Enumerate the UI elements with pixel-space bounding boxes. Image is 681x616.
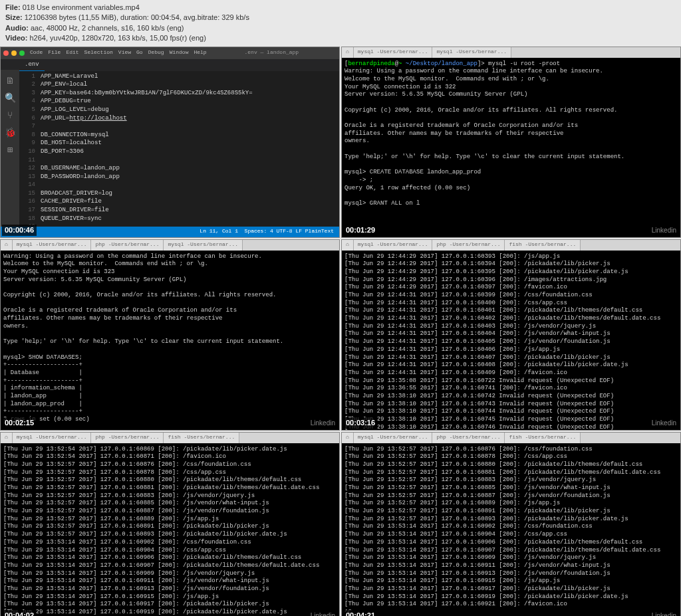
- file-size: 12106398 bytes (11,55 MiB), duration: 00…: [25, 13, 249, 21]
- linkedin-logo: Linkedin: [652, 419, 676, 427]
- terminal-output[interactable]: [bernardpineda@~ ~/Desktop/landon_app]> …: [342, 58, 680, 211]
- audio-info: aac, 48000 Hz, 2 channels, s16, 160 kb/s…: [31, 24, 184, 32]
- menu-item[interactable]: Edit: [66, 49, 78, 56]
- menu-item[interactable]: File: [48, 49, 61, 56]
- linkedin-logo: Linkedin: [311, 419, 335, 427]
- timestamp: 00:04:02: [2, 610, 37, 616]
- maximize-icon[interactable]: [19, 51, 25, 56]
- menu-item[interactable]: Help: [194, 49, 206, 56]
- window-title: .env — landon_app: [207, 49, 337, 56]
- terminal-tabs[interactable]: ⌂mysql -Users/bernar...php -Users/bernar…: [1, 240, 339, 251]
- panel-terminal-logs-3: ⌂mysql -Users/bernar...php -Users/bernar…: [341, 432, 681, 616]
- close-icon[interactable]: [3, 51, 9, 56]
- terminal-output[interactable]: [Thu Jun 29 13:52:54 2017] 127.0.0.1:608…: [1, 443, 339, 616]
- menu-item[interactable]: Code: [30, 49, 43, 56]
- timestamp: 00:01:29: [343, 225, 378, 235]
- menu-item[interactable]: Selection: [84, 49, 113, 56]
- file-metadata: File: 018 Use environment variables.mp4 …: [0, 0, 681, 47]
- debug-icon[interactable]: 🐞: [5, 127, 15, 138]
- code-editor[interactable]: 1APP_NAME=Laravel2APP_ENV=local3APP_KEY=…: [19, 70, 339, 227]
- status-bar[interactable]: Ln 11, Col 1 Spaces: 4 UTF-8 LF PlainTex…: [1, 227, 339, 237]
- menu-item[interactable]: View: [118, 49, 131, 56]
- activity-bar[interactable]: 🗎 🔍 ⑂ 🐞 ⊞: [1, 70, 19, 227]
- git-icon[interactable]: ⑂: [5, 110, 15, 120]
- terminal-output[interactable]: [Thu Jun 29 12:44:29 2017] 127.0.0.1:603…: [342, 251, 680, 431]
- timestamp: 00:00:46: [2, 225, 37, 235]
- file-name: 018 Use environment variables.mp4: [23, 3, 140, 11]
- linkedin-logo: Linkedin: [652, 611, 676, 616]
- panel-terminal-logs-2: ⌂mysql -Users/bernar...php -Users/bernar…: [0, 432, 340, 616]
- files-icon[interactable]: 🗎: [5, 75, 15, 86]
- video-info: h264, yuv420p, 1280x720, 163 kb/s, 15,00…: [29, 34, 205, 42]
- timestamp: 00:02:15: [2, 417, 37, 428]
- panel-editor: CodeFileEditSelectionViewGoDebugWindowHe…: [0, 47, 340, 238]
- timestamp: 00:04:21: [343, 610, 378, 616]
- menu-item[interactable]: Debug: [148, 49, 164, 56]
- menu-item[interactable]: Go: [136, 49, 143, 56]
- panel-terminal-logs-1: ⌂mysql -Users/bernar...php -Users/bernar…: [341, 239, 681, 431]
- panel-terminal-mysql-1: ⌂mysql -Users/bernar...mysql -Users/bern…: [341, 47, 681, 238]
- menu-item[interactable]: Window: [170, 49, 189, 56]
- editor-menu[interactable]: CodeFileEditSelectionViewGoDebugWindowHe…: [30, 49, 207, 56]
- timestamp: 00:03:16: [343, 417, 378, 428]
- extensions-icon[interactable]: ⊞: [5, 144, 15, 155]
- terminal-output[interactable]: [Thu Jun 29 13:52:57 2017] 127.0.0.1:608…: [342, 443, 680, 616]
- minimize-icon[interactable]: [11, 51, 17, 56]
- linkedin-logo: Linkedin: [652, 226, 676, 235]
- terminal-tabs[interactable]: ⌂mysql -Users/bernar...mysql -Users/bern…: [342, 47, 680, 58]
- terminal-tabs[interactable]: ⌂mysql -Users/bernar...php -Users/bernar…: [1, 433, 339, 443]
- terminal-tabs[interactable]: ⌂mysql -Users/bernar...php -Users/bernar…: [342, 433, 680, 443]
- editor-titlebar: CodeFileEditSelectionViewGoDebugWindowHe…: [1, 47, 339, 59]
- terminal-tabs[interactable]: ⌂mysql -Users/bernar...php -Users/bernar…: [342, 240, 680, 251]
- terminal-output[interactable]: Warning: Using a password on the command…: [1, 251, 339, 431]
- linkedin-logo: Linkedin: [311, 611, 335, 616]
- panel-terminal-mysql-2: ⌂mysql -Users/bernar...php -Users/bernar…: [0, 239, 340, 431]
- search-icon[interactable]: 🔍: [5, 92, 15, 103]
